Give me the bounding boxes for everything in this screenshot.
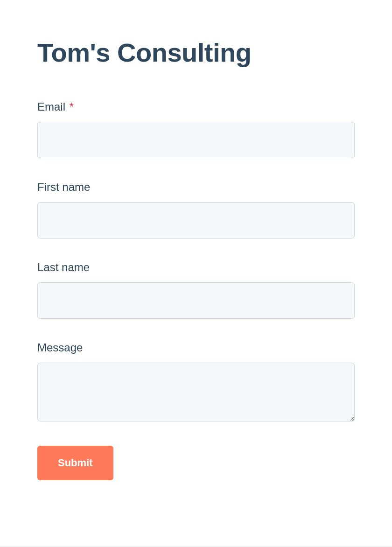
message-group: Message [37,341,355,423]
email-label: Email * [37,100,355,113]
contact-form: Email * First name Last name Message Sub… [37,100,355,480]
submit-button[interactable]: Submit [37,446,113,480]
last-name-label: Last name [37,261,355,274]
required-asterisk: * [70,100,74,113]
first-name-label: First name [37,181,355,194]
first-name-field[interactable] [37,202,355,238]
page-title: Tom's Consulting [37,37,355,68]
last-name-group: Last name [37,261,355,319]
message-label: Message [37,341,355,354]
email-group: Email * [37,100,355,158]
email-label-text: Email [37,100,65,113]
email-field[interactable] [37,122,355,158]
last-name-field[interactable] [37,282,355,319]
first-name-group: First name [37,181,355,238]
message-field[interactable] [37,363,355,421]
